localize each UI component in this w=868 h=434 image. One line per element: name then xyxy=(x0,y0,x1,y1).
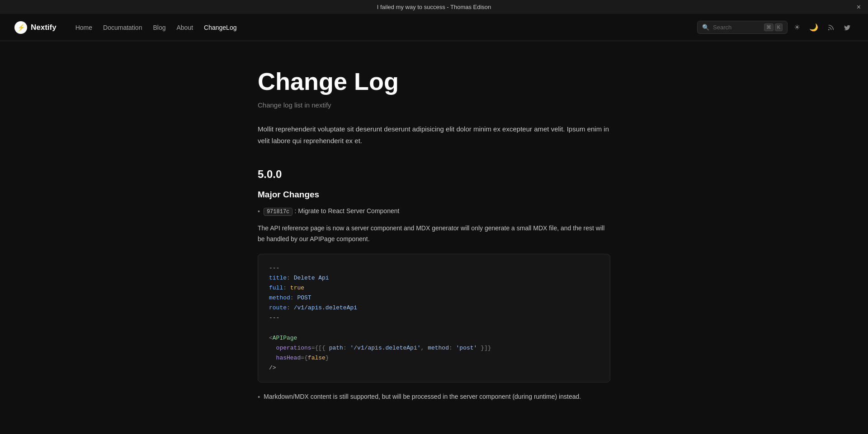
code-line-3: full: true xyxy=(269,283,599,293)
major-changes-heading: Major Changes xyxy=(258,190,610,200)
code-line-9: operations={[{ path: '/v1/apis.deleteApi… xyxy=(269,343,599,353)
change-description: The API reference page is now a server c… xyxy=(258,223,610,245)
commit-badge: 971817c xyxy=(264,208,292,216)
announcement-text: I failed my way to success - Thomas Edis… xyxy=(377,4,491,10)
code-line-10: hasHead={false} xyxy=(269,353,599,363)
nav-right: 🔍 Search ⌘ K ☀ 🌙 xyxy=(697,20,854,34)
logo-icon: ⚡ xyxy=(14,21,27,34)
logo-link[interactable]: ⚡ Nextify xyxy=(14,21,57,34)
code-block: --- title: Delete Api full: true method:… xyxy=(258,254,610,383)
code-line-7 xyxy=(269,323,599,333)
twitter-button[interactable] xyxy=(841,21,854,34)
code-line-1: --- xyxy=(269,263,599,273)
svg-point-0 xyxy=(829,29,829,30)
code-line-5: route: /v1/apis.deleteApi xyxy=(269,303,599,313)
bottom-bullet-text: Markdown/MDX content is still supported,… xyxy=(264,392,581,401)
kbd-k: K xyxy=(775,23,783,31)
code-line-8: <APIPage xyxy=(269,333,599,343)
search-box[interactable]: 🔍 Search ⌘ K xyxy=(697,21,788,34)
search-placeholder: Search xyxy=(713,24,760,31)
code-line-2: title: Delete Api xyxy=(269,273,599,283)
bottom-bullet-dot: • xyxy=(258,393,260,401)
search-icon: 🔍 xyxy=(702,24,709,31)
page-description: Mollit reprehenderit voluptate sit deser… xyxy=(258,123,610,146)
nav-link-blog[interactable]: Blog xyxy=(148,21,170,34)
change-item-text: : Migrate to React Server Component xyxy=(295,207,400,215)
page-subtitle: Change log list in nextify xyxy=(258,101,610,109)
code-line-11: /> xyxy=(269,363,599,373)
announcement-close-button[interactable]: × xyxy=(857,4,861,11)
theme-dark-button[interactable]: 🌙 xyxy=(807,20,821,34)
main-content: Change Log Change log list in nextify Mo… xyxy=(240,41,628,434)
change-item-0: • 971817c : Migrate to React Server Comp… xyxy=(258,207,610,216)
navbar: ⚡ Nextify Home Documatation Blog About C… xyxy=(0,14,868,41)
nav-link-home[interactable]: Home xyxy=(71,21,97,34)
code-line-6: --- xyxy=(269,313,599,323)
rss-button[interactable] xyxy=(825,21,837,34)
version-500: 5.0.0 xyxy=(258,168,610,181)
search-keyboard-shortcut: ⌘ K xyxy=(764,23,783,31)
theme-light-button[interactable]: ☀ xyxy=(791,20,803,34)
nav-links: Home Documatation Blog About ChangeLog xyxy=(71,21,697,34)
announcement-bar: I failed my way to success - Thomas Edis… xyxy=(0,0,868,14)
page-title: Change Log xyxy=(258,68,610,95)
nav-link-changelog[interactable]: ChangeLog xyxy=(199,21,241,34)
nav-link-about[interactable]: About xyxy=(172,21,198,34)
logo-text: Nextify xyxy=(31,23,57,32)
nav-link-documentation[interactable]: Documatation xyxy=(99,21,146,34)
bottom-bullet-item: • Markdown/MDX content is still supporte… xyxy=(258,392,610,401)
code-line-4: method: POST xyxy=(269,293,599,303)
bullet-icon: • xyxy=(258,208,260,215)
kbd-meta: ⌘ xyxy=(764,23,774,31)
